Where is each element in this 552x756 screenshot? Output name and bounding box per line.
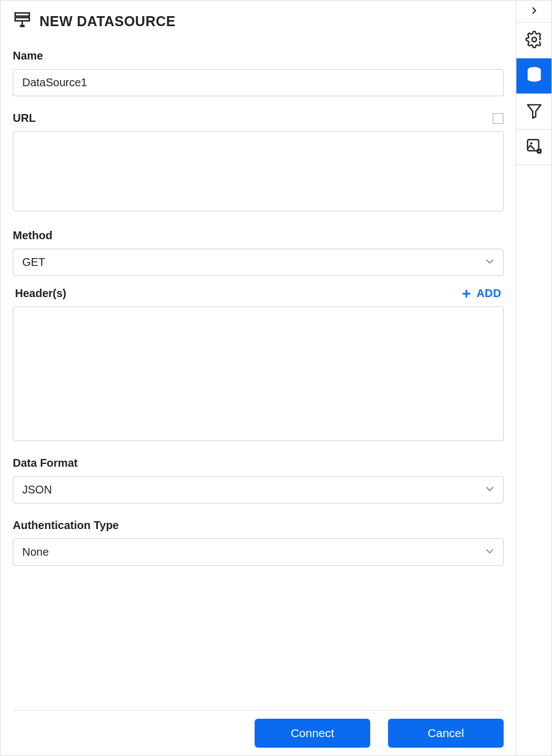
svg-point-10 <box>530 142 532 144</box>
method-select[interactable]: GET <box>13 249 504 276</box>
url-field-group: URL <box>13 112 504 214</box>
panel-footer: Connect Cancel <box>13 710 504 755</box>
connect-button[interactable]: Connect <box>255 719 370 748</box>
datasource-icon <box>13 11 32 32</box>
dataformat-label: Data Format <box>13 457 504 470</box>
add-header-button[interactable]: ADD <box>461 287 501 300</box>
sidebar-item-expand[interactable] <box>516 1 551 23</box>
form-body: Name URL Method GET Head <box>1 35 516 710</box>
url-checkbox[interactable] <box>493 113 504 124</box>
page-title: NEW DATASOURCE <box>39 13 176 29</box>
method-label: Method <box>13 229 504 242</box>
authtype-select-value: None <box>22 546 49 559</box>
svg-rect-3 <box>20 25 25 27</box>
sidebar-item-image-settings[interactable] <box>516 130 551 165</box>
headers-field-header: Header(s) ADD <box>13 287 504 300</box>
authtype-field-group: Authentication Type None <box>13 519 504 566</box>
name-input[interactable] <box>13 69 504 96</box>
headers-label: Header(s) <box>15 287 66 300</box>
url-input[interactable] <box>13 131 504 211</box>
name-label: Name <box>13 50 504 62</box>
svg-rect-0 <box>15 13 29 16</box>
sidebar-item-settings[interactable] <box>516 23 551 58</box>
funnel-icon <box>525 102 543 122</box>
method-field-group: Method GET <box>13 229 504 276</box>
main-panel: NEW DATASOURCE Name URL Method GET <box>0 0 516 756</box>
authtype-label: Authentication Type <box>13 519 504 532</box>
dataformat-field-group: Data Format JSON <box>13 457 504 503</box>
sidebar-item-datasource[interactable] <box>516 58 551 94</box>
sidebar <box>516 0 552 756</box>
chevron-right-icon <box>529 5 540 18</box>
cancel-button[interactable]: Cancel <box>388 719 504 748</box>
dataformat-select[interactable]: JSON <box>13 476 504 503</box>
dataformat-select-value: JSON <box>22 483 52 496</box>
svg-marker-8 <box>528 105 541 118</box>
name-field-group: Name <box>13 50 504 96</box>
svg-point-6 <box>532 37 536 42</box>
database-icon <box>525 66 543 86</box>
authtype-select[interactable]: None <box>13 538 504 566</box>
sidebar-item-filter[interactable] <box>516 94 551 130</box>
url-label: URL <box>13 112 36 125</box>
image-gear-icon <box>525 137 543 157</box>
method-select-value: GET <box>22 256 45 269</box>
gear-icon <box>525 31 543 51</box>
svg-rect-1 <box>15 18 29 21</box>
plus-icon <box>461 288 472 299</box>
add-header-label: ADD <box>476 287 501 300</box>
headers-listbox[interactable] <box>13 307 504 441</box>
panel-header: NEW DATASOURCE <box>1 1 516 35</box>
